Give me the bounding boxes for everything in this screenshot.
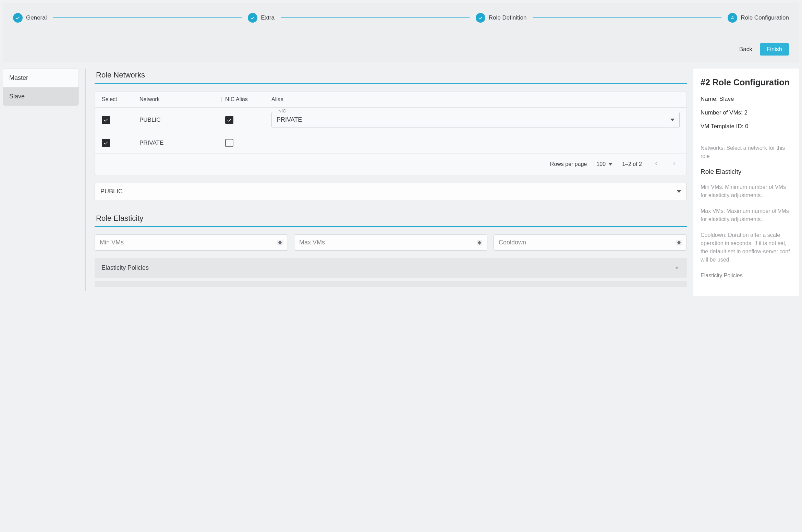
chevron-down-icon: [677, 190, 681, 193]
info-name: Name: Slave: [701, 96, 792, 102]
step-extra[interactable]: Extra: [248, 13, 275, 23]
table-header: Select Network NIC Alias Alias: [95, 92, 686, 108]
chevron-down-icon: [608, 163, 612, 166]
table-row: PUBLIC NIC PRIVATE: [95, 108, 686, 132]
section-divider: [95, 83, 687, 84]
step-number: 4: [728, 13, 737, 23]
info-elasticity-title: Role Elasticity: [701, 168, 792, 176]
table-footer: Rows per page 100 1–2 of 2: [95, 154, 686, 175]
role-tab-slave[interactable]: Slave: [3, 87, 78, 106]
check-icon: [476, 13, 485, 23]
rows-per-page-select[interactable]: 100: [596, 161, 612, 167]
role-tabs: Master Slave: [3, 69, 79, 106]
elasticity-inputs: Min VMs Max VMs Cooldown: [95, 234, 687, 251]
step-general[interactable]: General: [13, 13, 47, 23]
accordion-placeholder: [95, 281, 687, 287]
pagination-range: 1–2 of 2: [622, 161, 642, 167]
cooldown-input[interactable]: Cooldown: [494, 234, 687, 251]
info-panel: #2 Role Configuration Name: Slave Number…: [693, 69, 799, 296]
svg-marker-4: [278, 243, 282, 245]
step-connector: [281, 17, 470, 18]
alias-select[interactable]: PRIVATE: [271, 112, 680, 128]
number-stepper-icon[interactable]: [277, 240, 283, 245]
nic-alias-checkbox[interactable]: [225, 139, 233, 147]
accordion-label: Elasticity Policies: [101, 264, 149, 271]
networks-table: Select Network NIC Alias Alias PUBLIC: [95, 91, 687, 175]
role-tab-master[interactable]: Master: [3, 69, 78, 87]
check-icon: [248, 13, 257, 23]
info-min-vms-help: Min VMs: Minimum number of VMs for elast…: [701, 183, 792, 200]
check-icon: [13, 13, 23, 23]
number-stepper-icon[interactable]: [676, 240, 682, 245]
step-label: Extra: [261, 14, 275, 21]
svg-marker-2: [677, 190, 681, 193]
chevron-down-icon: [674, 265, 680, 271]
step-label: General: [26, 14, 47, 21]
min-vms-placeholder: Min VMs: [100, 239, 124, 246]
info-num-vms: Number of VMs: 2: [701, 109, 792, 116]
number-stepper-icon[interactable]: [477, 240, 482, 245]
step-connector: [53, 17, 242, 18]
max-vms-input[interactable]: Max VMs: [294, 234, 487, 251]
wizard-actions: Back Finish: [10, 43, 792, 56]
chevron-down-icon: [670, 119, 675, 121]
select-checkbox[interactable]: [102, 116, 110, 124]
svg-marker-6: [478, 243, 481, 245]
main-layout: Master Slave Role Networks Select Networ…: [0, 65, 802, 300]
network-main-value: PUBLIC: [100, 188, 123, 195]
stepper: General Extra Role Definition 4 Role Con…: [10, 13, 792, 23]
step-role-definition[interactable]: Role Definition: [476, 13, 527, 23]
col-header-network: Network: [139, 96, 225, 102]
step-label: Role Definition: [489, 14, 527, 21]
info-networks-help: Networks: Select a network for this role: [701, 144, 792, 160]
col-header-select: Select: [102, 96, 139, 102]
info-max-vms-help: Max VMs: Maximum number of VMs for elast…: [701, 207, 792, 223]
next-page-button[interactable]: [670, 159, 679, 169]
network-name: PRIVATE: [139, 140, 225, 146]
alias-select-wrap: NIC PRIVATE: [271, 112, 680, 128]
network-name: PUBLIC: [139, 117, 225, 123]
col-header-nicalias: NIC Alias: [225, 96, 271, 102]
wizard-header: General Extra Role Definition 4 Role Con…: [3, 3, 799, 62]
table-row: PRIVATE: [95, 132, 686, 154]
back-button[interactable]: Back: [738, 43, 754, 56]
step-label: Role Configuration: [741, 14, 789, 21]
alias-legend: NIC: [276, 108, 288, 113]
select-checkbox[interactable]: [102, 139, 110, 147]
min-vms-input[interactable]: Min VMs: [95, 234, 288, 251]
cooldown-placeholder: Cooldown: [499, 239, 526, 246]
rows-per-page-label: Rows per page: [550, 161, 587, 167]
section-divider: [95, 226, 687, 227]
info-cooldown-help: Cooldown: Duration after a scale operati…: [701, 231, 792, 264]
info-template-id: VM Template ID: 0: [701, 123, 792, 130]
col-header-alias: Alias: [271, 96, 680, 102]
info-policies-label: Elasticity Policies: [701, 271, 792, 280]
section-title-networks: Role Networks: [95, 71, 687, 80]
section-title-elasticity: Role Elasticity: [95, 214, 687, 223]
svg-marker-8: [677, 243, 681, 245]
finish-button[interactable]: Finish: [760, 43, 789, 56]
content-column: Role Networks Select Network NIC Alias A…: [85, 69, 687, 291]
prev-page-button[interactable]: [652, 159, 660, 169]
svg-marker-1: [608, 163, 612, 166]
max-vms-placeholder: Max VMs: [299, 239, 325, 246]
alias-value: PRIVATE: [277, 116, 302, 123]
info-title: #2 Role Configuration: [701, 77, 792, 87]
nic-alias-checkbox[interactable]: [225, 116, 233, 124]
svg-marker-0: [670, 119, 675, 121]
step-connector: [533, 17, 721, 18]
info-divider: [701, 137, 792, 137]
step-role-configuration[interactable]: 4 Role Configuration: [728, 13, 789, 23]
network-main-select[interactable]: PUBLIC: [95, 183, 687, 200]
elasticity-policies-accordion[interactable]: Elasticity Policies: [95, 258, 687, 278]
rows-per-page-value: 100: [596, 161, 606, 167]
